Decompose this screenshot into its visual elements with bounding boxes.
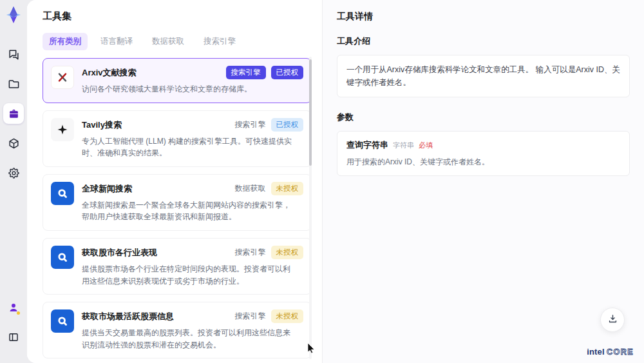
auth-badge: 已授权 xyxy=(271,66,304,79)
tool-title: 全球新闻搜索 xyxy=(82,182,132,195)
tab-search-engine[interactable]: 搜索引擎 xyxy=(197,33,242,50)
chat-icon xyxy=(8,48,20,61)
tavily-star-icon xyxy=(51,118,74,141)
tool-card-most-active-stocks[interactable]: 获取市场最活跃股票信息 搜索引擎 未授权 提供当天交易量最高的股票列表。投资者可… xyxy=(43,302,312,358)
auth-badge: 未授权 xyxy=(271,182,304,195)
panel-toggle-icon xyxy=(8,331,19,343)
tool-card-list: Arxiv文献搜索 搜索引擎 已授权 访问各个研究领域大量科学论文和文章的存储库… xyxy=(43,58,312,363)
download-icon xyxy=(607,313,618,327)
intro-heading: 工具介绍 xyxy=(337,35,630,47)
sidebar-item-collapse[interactable] xyxy=(3,327,24,348)
tab-all-categories[interactable]: 所有类别 xyxy=(43,33,88,50)
param-name: 查询字符串 xyxy=(346,139,388,151)
category-label: 搜索引擎 xyxy=(235,311,266,322)
intel-core-logo: intel CORE xyxy=(587,347,634,357)
auth-badge: 未授权 xyxy=(271,246,304,259)
tab-language-translation[interactable]: 语言翻译 xyxy=(94,33,139,50)
intro-text: 一个用于从Arxiv存储库搜索科学论文和文章的工具。 输入可以是Arxiv ID… xyxy=(346,63,620,89)
sidebar-item-models[interactable] xyxy=(3,133,24,153)
list-scrollbar-thumb[interactable] xyxy=(309,59,312,166)
sidebar-item-chat[interactable] xyxy=(3,44,24,64)
category-tabs: 所有类别 语言翻译 数据获取 搜索引擎 xyxy=(43,33,322,50)
tool-description: 专为人工智能代理 (LLM) 构建的搜索引擎工具。可快速提供实时、准确和真实的结… xyxy=(82,135,294,159)
briefcase-icon xyxy=(8,108,20,120)
tool-card-tavily[interactable]: Tavily搜索 搜索引擎 已授权 专为人工智能代理 (LLM) 构建的搜索引擎… xyxy=(43,110,312,167)
gear-icon xyxy=(8,167,20,179)
category-label: 搜索引擎 xyxy=(235,119,266,130)
cube-icon xyxy=(8,137,20,150)
category-label: 数据获取 xyxy=(235,183,266,194)
auth-badge: 未授权 xyxy=(271,309,304,323)
param-description: 用于搜索的Arxiv ID、关键字或作者姓名。 xyxy=(346,157,620,168)
params-heading: 参数 xyxy=(337,112,630,123)
tool-description: 访问各个研究领域大量科学论文和文章的存储库。 xyxy=(82,83,294,95)
tool-description: 提供股票市场各个行业在特定时间段内的表现。投资者可以利用这些信息来识别表现优于或… xyxy=(82,263,294,287)
arxiv-x-icon xyxy=(51,66,74,89)
tool-list-panel: 工具集 所有类别 语言翻译 数据获取 搜索引擎 Arxiv文献搜索 xyxy=(27,0,322,363)
param-required-badge: 必填 xyxy=(419,141,433,150)
parameter-box: 查询字符串 字符串 必填 用于搜索的Arxiv ID、关键字或作者姓名。 xyxy=(337,131,630,176)
app-logo xyxy=(4,5,23,25)
tool-card-arxiv[interactable]: Arxiv文献搜索 搜索引擎 已授权 访问各个研究领域大量科学论文和文章的存储库… xyxy=(43,58,312,103)
sidebar-item-settings[interactable] xyxy=(3,162,24,183)
tool-description: 全球新闻搜索是一个聚合全球各大新闻网站内容的搜索引擎，帮助用户快速获取全球最新资… xyxy=(82,199,294,223)
tool-card-sector-performance[interactable]: 获取股市各行业表现 搜索引擎 未授权 提供股票市场各个行业在特定时间段内的表现。… xyxy=(43,238,312,295)
folder-icon xyxy=(8,78,20,90)
tool-description: 提供当天交易量最高的股票列表。投资者可以利用这些信息来识别流动性强的股票和潜在的… xyxy=(82,327,294,351)
tool-title: 获取市场最活跃股票信息 xyxy=(82,309,174,322)
tab-data-acquisition[interactable]: 数据获取 xyxy=(146,33,191,50)
tool-title: Tavily搜索 xyxy=(82,118,122,131)
sidebar-item-account[interactable] xyxy=(3,297,24,318)
magnifier-app-icon xyxy=(51,309,74,333)
status-dot xyxy=(17,311,20,315)
list-scrollbar[interactable] xyxy=(309,57,312,359)
magnifier-app-icon xyxy=(51,182,74,205)
intel-wordmark: intel xyxy=(587,347,605,357)
download-button[interactable] xyxy=(600,308,625,332)
mouse-cursor xyxy=(307,342,316,356)
auth-badge: 已授权 xyxy=(271,118,304,132)
intro-box: 一个用于从Arxiv存储库搜索科学论文和文章的工具。 输入可以是Arxiv ID… xyxy=(337,55,630,97)
tool-detail-panel: 工具详情 工具介绍 一个用于从Arxiv存储库搜索科学论文和文章的工具。 输入可… xyxy=(322,0,644,363)
core-wordmark: CORE xyxy=(607,348,634,357)
detail-title: 工具详情 xyxy=(337,11,630,23)
tool-card-global-news[interactable]: 全球新闻搜索 数据获取 未授权 全球新闻搜索是一个聚合全球各大新闻网站内容的搜索… xyxy=(43,174,312,231)
param-type: 字符串 xyxy=(393,141,414,150)
category-label: 搜索引擎 xyxy=(235,247,266,258)
main-surface: 工具集 所有类别 语言翻译 数据获取 搜索引擎 Arxiv文献搜索 xyxy=(27,0,644,363)
sidebar-item-files[interactable] xyxy=(3,74,24,94)
tool-title: Arxiv文献搜索 xyxy=(82,66,137,79)
sidebar-item-tools[interactable] xyxy=(3,103,24,124)
magnifier-app-icon xyxy=(51,246,74,269)
category-badge: 搜索引擎 xyxy=(226,66,266,79)
tool-title: 获取股市各行业表现 xyxy=(82,246,157,259)
sidebar-rail xyxy=(0,0,27,363)
page-title: 工具集 xyxy=(43,10,322,23)
